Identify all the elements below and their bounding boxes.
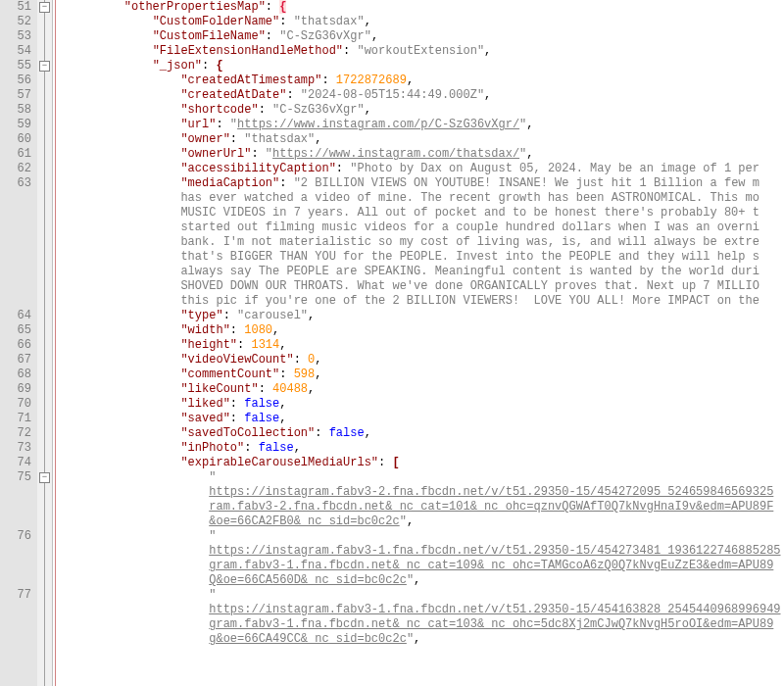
code-line: "shortcode": "C-SzG36vXgr",: [61, 103, 784, 118]
code-line: https://instagram.fabv3-1.fna.fbcdn.net/…: [61, 544, 784, 559]
code-line: this pic if you're one of the 2 BILLION …: [61, 294, 784, 309]
code-line: "saved": false,: [61, 412, 784, 426]
code-line: that's BIGGER THAN YOU for the PEOPLE. I…: [61, 250, 784, 265]
line-number: 69: [4, 382, 31, 397]
code-line: "otherPropertiesMap": {: [61, 0, 784, 15]
code-line: ram.fabv3-2.fna.fbcdn.net&_nc_cat=101&_n…: [61, 500, 784, 514]
line-number: 51: [4, 0, 31, 15]
code-line: "mediaCaption": "2 BILLION VIEWS ON YOUT…: [61, 176, 784, 191]
line-number: 53: [4, 29, 31, 44]
code-line: "width": 1080,: [61, 323, 784, 338]
code-line: "height": 1314,: [61, 338, 784, 353]
line-number: 74: [4, 456, 31, 470]
fold-column[interactable]: − − −: [37, 0, 53, 686]
code-line: "owner": "thatsdax",: [61, 132, 784, 147]
code-line: bank. I'm not materialistic so my cost o…: [61, 235, 784, 250]
fold-toggle-icon[interactable]: −: [39, 61, 50, 72]
code-area[interactable]: "otherPropertiesMap": { "CustomFolderNam…: [59, 0, 784, 686]
code-line: "accessibilityCaption": "Photo by Dax on…: [61, 162, 784, 176]
code-line: "commentCount": 598,: [61, 368, 784, 382]
code-line: &oe=66CA2FB0&_nc_sid=bc0c2c",: [61, 514, 784, 529]
line-number: 55: [4, 59, 31, 74]
code-line: "url": "https://www.instagram.com/p/C-Sz…: [61, 118, 784, 132]
code-line: MUSIC VIDEOS in 7 years. All out of pock…: [61, 206, 784, 220]
line-number: 70: [4, 397, 31, 412]
line-number: 63: [4, 176, 31, 191]
code-line: ": [61, 529, 784, 544]
line-number-gutter: 5152535455565758596061626364656667686970…: [0, 0, 37, 686]
line-number: 59: [4, 118, 31, 132]
code-line: started out filming music videos for a c…: [61, 220, 784, 235]
line-number: 71: [4, 412, 31, 426]
code-line: gram.fabv3-1.fna.fbcdn.net&_nc_cat=103&_…: [61, 617, 784, 632]
line-number: 64: [4, 309, 31, 323]
code-line: "savedToCollection": false,: [61, 426, 784, 441]
code-line: has ever watched a video of mine. The re…: [61, 191, 784, 206]
code-line: g&oe=66CA49CC&_nc_sid=bc0c2c",: [61, 632, 784, 647]
code-line: "FileExtensionHandleMethod": "workoutExt…: [61, 44, 784, 59]
line-number: 56: [4, 74, 31, 88]
line-number: 72: [4, 426, 31, 441]
code-line: "liked": false,: [61, 397, 784, 412]
line-number: 60: [4, 132, 31, 147]
code-line: "inPhoto": false,: [61, 441, 784, 456]
code-line: "createdAtTimestamp": 1722872689,: [61, 74, 784, 88]
line-number: 73: [4, 441, 31, 456]
fold-toggle-icon[interactable]: −: [39, 472, 50, 483]
code-line: https://instagram.fabv3-1.fna.fbcdn.net/…: [61, 603, 784, 617]
line-number: 65: [4, 323, 31, 338]
code-line: "expirableCarouselMediaUrls": [: [61, 456, 784, 470]
code-line: always say The PEOPLE are SPEAKING. Mean…: [61, 265, 784, 279]
code-line: "CustomFolderName": "thatsdax",: [61, 15, 784, 29]
line-number: 62: [4, 162, 31, 176]
code-line: ": [61, 588, 784, 603]
code-line: https://instagram.fabv3-2.fna.fbcdn.net/…: [61, 485, 784, 500]
line-number: 57: [4, 88, 31, 103]
code-line: Q&oe=66CA560D&_nc_sid=bc0c2c",: [61, 573, 784, 588]
line-number: 76: [4, 529, 31, 544]
code-line: "ownerUrl": "https://www.instagram.com/t…: [61, 147, 784, 162]
code-line: gram.fabv3-1.fna.fbcdn.net&_nc_cat=109&_…: [61, 559, 784, 573]
line-number: 66: [4, 338, 31, 353]
code-line: "createdAtDate": "2024-08-05T15:44:49.00…: [61, 88, 784, 103]
line-number: 75: [4, 470, 31, 485]
line-number: 68: [4, 368, 31, 382]
code-editor: 5152535455565758596061626364656667686970…: [0, 0, 784, 686]
code-line: "CustomFileName": "C-SzG36vXgr",: [61, 29, 784, 44]
margin-indicator: [53, 0, 59, 686]
line-number: 77: [4, 588, 31, 603]
code-line: SHOVED DOWN OUR THROATS. What we've done…: [61, 279, 784, 294]
line-number: 67: [4, 353, 31, 368]
line-number: 61: [4, 147, 31, 162]
code-line: "videoViewCount": 0,: [61, 353, 784, 368]
code-line: "likeCount": 40488,: [61, 382, 784, 397]
line-number: 54: [4, 44, 31, 59]
code-line: "type": "carousel",: [61, 309, 784, 323]
code-line: "_json": {: [61, 59, 784, 74]
line-number: 52: [4, 15, 31, 29]
fold-toggle-icon[interactable]: −: [39, 2, 50, 13]
code-line: ": [61, 470, 784, 485]
line-number: 58: [4, 103, 31, 118]
